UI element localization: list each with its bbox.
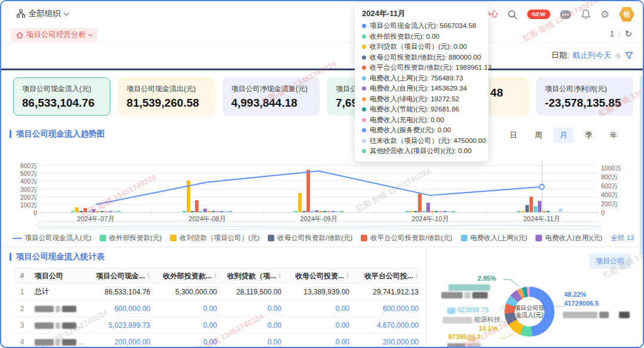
bar-收平台公司投资款/借款(元)[interactable]: [530, 197, 533, 212]
value-cell[interactable]: 0.00: [285, 304, 353, 313]
value-cell[interactable]: 0.00: [154, 321, 221, 330]
bar-电费收入(上网)(元)[interactable]: [311, 211, 314, 212]
bar-电费收入(绿电)(元)[interactable]: [319, 211, 323, 212]
bar-收外部投资款(元)[interactable]: [182, 211, 186, 212]
bar-电费收入(上网)(元)[interactable]: [534, 206, 537, 212]
bar-收外部投资款(元)[interactable]: [294, 211, 298, 212]
bar-电费收入(上网)(元)[interactable]: [88, 211, 91, 212]
value-cell[interactable]: 0.00: [154, 304, 221, 313]
bar-收到贷款（项目公司）(元)[interactable]: [410, 211, 413, 212]
column-header[interactable]: 收母公司投资...▲▼: [285, 271, 353, 281]
bar-电费收入(绿电)(元)[interactable]: [96, 211, 100, 212]
filter-funnel-icon[interactable]: [625, 51, 633, 60]
kpi-card[interactable]: 项目公司现金流入(元)86,533,104.76: [13, 77, 110, 116]
bar-往来收款（项目公司）(元)[interactable]: [336, 211, 339, 212]
legend-item[interactable]: 收平台公司投资款/借款(元): [361, 234, 452, 243]
value-cell[interactable]: 0.00: [154, 338, 221, 346]
new-badge[interactable]: NEW: [527, 10, 550, 19]
value-cell[interactable]: 0.00: [221, 321, 285, 330]
donut-chart[interactable]: 项目公司现金流入(元): [504, 287, 555, 337]
legend-item-line[interactable]: 项目公司现金流入(元): [13, 234, 91, 243]
value-cell[interactable]: 4,670,000.00: [353, 321, 422, 330]
bar-往来收款（项目公司）(元)[interactable]: [224, 211, 228, 212]
value-cell[interactable]: 600,000.00: [353, 304, 422, 313]
bar-收母公司投资款/借款(元)[interactable]: [525, 205, 529, 212]
bar-电费收入(服务费)(元)[interactable]: [332, 211, 335, 212]
bar-电费收入(服务费)(元)[interactable]: [220, 211, 224, 212]
bar-电费收入(自用)(元)[interactable]: [426, 203, 430, 212]
donut-tag[interactable]: 项目公司: [589, 254, 631, 269]
bar-收平台公司投资款/借款(元)[interactable]: [195, 200, 199, 212]
bar-电费收入(节能)(元)[interactable]: [100, 211, 104, 212]
bar-电费收入(绿电)(元)[interactable]: [542, 211, 546, 212]
period-tab-月[interactable]: 月: [553, 128, 574, 143]
bar-收母公司投资款/借款(元)[interactable]: [79, 211, 83, 212]
bar-电费收入(自用)(元)[interactable]: [315, 210, 318, 212]
bar-电费收入(自用)(元)[interactable]: [92, 209, 95, 212]
bar-收到贷款（项目公司）(元)[interactable]: [298, 193, 302, 212]
period-tab-年[interactable]: 年: [603, 128, 624, 143]
bar-往来收款（项目公司）(元)[interactable]: [447, 211, 451, 212]
org-selector[interactable]: 全部组织: [17, 8, 69, 19]
bar-其他经营收入(项目公司)(元)[interactable]: [340, 211, 343, 212]
table-row[interactable]: 1总计86,533,104.765,300,000.0028,119,500.0…: [13, 284, 422, 300]
column-header[interactable]: 收外部投资款...▲▼: [154, 271, 221, 281]
legend-item[interactable]: 电费收入(上网)(元): [461, 234, 528, 243]
bar-电费收入(绿电)(元)[interactable]: [208, 211, 211, 212]
bar-收外部投资款(元)[interactable]: [405, 211, 409, 212]
bar-电费收入(节能)(元)[interactable]: [323, 211, 327, 212]
sort-icon[interactable]: ▲▼: [213, 273, 217, 279]
column-header[interactable]: 收平台公司投...▲▼: [353, 271, 422, 281]
sort-icon[interactable]: ▲▼: [278, 273, 281, 279]
table-row[interactable]: 3..5,023,899.730.000.000.004,670,000.00: [13, 317, 422, 334]
bar-电费收入(上网)(元)[interactable]: [422, 211, 426, 212]
bar-电费收入(充电)(元)[interactable]: [104, 211, 108, 212]
date-filter-value[interactable]: 截止到今天: [572, 50, 611, 61]
value-cell[interactable]: 600,000.00: [83, 304, 154, 313]
bar-电费收入(节能)(元)[interactable]: [546, 211, 550, 212]
bar-收平台公司投资款/借款(元)[interactable]: [418, 194, 422, 212]
value-cell[interactable]: 0.00: [285, 321, 353, 330]
bar-电费收入(自用)(元)[interactable]: [538, 201, 541, 212]
page-scrollbar-thumb[interactable]: [640, 76, 643, 254]
bar-收外部投资款(元)[interactable]: [517, 211, 521, 212]
bar-收平台公司投资款/借款(元)[interactable]: [83, 208, 87, 212]
messages-icon[interactable]: [560, 10, 571, 19]
bar-电费收入(充电)(元)[interactable]: [439, 211, 442, 212]
period-tab-日[interactable]: 日: [503, 128, 524, 143]
legend-item[interactable]: 电费收入(自用)(元): [535, 234, 602, 243]
kpi-card[interactable]: 项目公司现金流出(元)81,539,260.58: [117, 77, 215, 116]
bar-收母公司投资款/借款(元)[interactable]: [302, 211, 306, 212]
search-icon[interactable]: [507, 10, 518, 20]
bar-收到贷款（项目公司）(元)[interactable]: [75, 207, 79, 212]
bar-往来收款（项目公司）(元)[interactable]: [113, 211, 116, 212]
refresh-icon[interactable]: ↻: [624, 29, 632, 38]
table-row[interactable]: 2600,000.000.000.000.00600,000.00: [13, 300, 422, 317]
legend-item[interactable]: 收母公司投资款/借款(元): [268, 234, 352, 243]
kpi-card[interactable]: 项目公司净现金流量(元)4,993,844.18: [222, 77, 320, 116]
sort-icon[interactable]: ▲▼: [346, 273, 349, 279]
period-tab-周[interactable]: 周: [528, 128, 549, 143]
sort-icon[interactable]: ▲▼: [147, 273, 150, 279]
bar-电费收入(充电)(元)[interactable]: [327, 211, 331, 212]
clear-filter-icon[interactable]: ⊗: [615, 51, 621, 60]
value-cell[interactable]: 0.00: [221, 304, 285, 313]
bar-电费收入(自用)(元)[interactable]: [203, 209, 207, 212]
bar-电费收入(节能)(元)[interactable]: [212, 211, 215, 212]
legend-item[interactable]: 收外部投资款(元): [100, 234, 162, 243]
bar-电费收入(绿电)(元)[interactable]: [431, 211, 434, 212]
value-cell[interactable]: 200,000.00: [353, 338, 422, 346]
table-row[interactable]: 4...200,000.000.000.000.00200,000.00: [13, 334, 422, 348]
bar-收母公司投资款/借款(元)[interactable]: [414, 211, 417, 212]
bar-电费收入(服务费)(元)[interactable]: [443, 211, 447, 212]
bar-电费收入(充电)(元)[interactable]: [216, 211, 219, 212]
bar-收到贷款（项目公司）(元)[interactable]: [187, 181, 190, 212]
column-header[interactable]: 收到贷款（项...▲▼: [221, 271, 285, 281]
legend-item[interactable]: 收到贷款（项目公司）(元): [170, 234, 259, 243]
legend-show-all-link[interactable]: 全部 13: [611, 234, 634, 243]
bar-其他经营收入(项目公司)(元)[interactable]: [451, 211, 455, 212]
bar-电费收入(节能)(元)[interactable]: [435, 211, 438, 212]
bar-其他经营收入(项目公司)(元)[interactable]: [117, 211, 120, 212]
bar-收外部投资款(元)[interactable]: [71, 211, 75, 212]
value-cell[interactable]: 0.00: [221, 338, 285, 346]
